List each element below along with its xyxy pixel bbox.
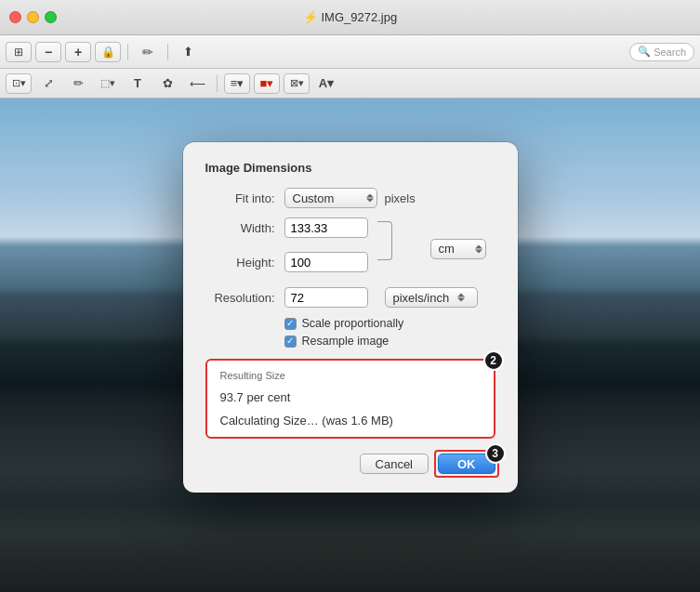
resolution-label: Resolution: [205,291,284,305]
width-row: Width: 133.33 [205,217,495,238]
search-placeholder: Search [654,46,686,58]
width-label: Width: [205,221,284,235]
resample-label: Resample image [302,335,390,348]
image-dimensions-dialog: Image Dimensions Fit into: Custom pixels [183,142,518,493]
zoom-out-button[interactable]: − [35,42,61,62]
selection-tool[interactable]: ⊡▾ [6,73,32,94]
pencil-tool[interactable]: ✏ [65,73,91,94]
lines-button[interactable]: ≡▾ [224,73,250,94]
dialog-backdrop: Image Dimensions Fit into: Custom pixels [0,99,700,592]
text-tool[interactable]: T [125,73,151,94]
toolbar2-sep [217,75,218,92]
badge-3: 3 [485,443,506,464]
resulting-size-box: Resulting Size 93.7 per cent Calculating… [205,359,495,439]
unit-select-container: cm [430,239,486,259]
height-input[interactable]: 100 [284,252,368,272]
fit-into-select-container: Custom [284,188,377,208]
chain-icon [377,221,392,260]
fit-into-select[interactable]: Custom [284,188,377,208]
result-percent: 93.7 per cent [220,390,481,404]
minimize-button[interactable] [27,11,39,23]
dimensions-group: Width: 133.33 Height: 100 [205,217,495,280]
resolution-unit-container: pixels/inch [376,287,478,308]
dialog-buttons: Cancel OK 3 [205,454,495,474]
resample-checkbox-row: Resample image [284,335,495,348]
share-icon[interactable]: ⬆ [175,42,201,62]
scale-proportionally-checkbox[interactable] [284,318,297,330]
app-window: ⚡ IMG_9272.jpg ⊞ − + 🔒 ✏ ⬆ 🔍 Search ⊡▾ ⤢… [0,0,700,592]
result-box-title: Resulting Size [220,370,481,381]
toolbar-separator [127,44,128,60]
titlebar: ⚡ IMG_9272.jpg [0,0,700,35]
fit-into-row: Fit into: Custom pixels [205,188,495,208]
cancel-button[interactable]: Cancel [360,454,429,474]
lock-button[interactable]: 🔒 [95,42,121,62]
arrow-tool[interactable]: ⟵ [184,73,210,94]
search-icon: 🔍 [638,46,651,58]
font-button[interactable]: A▾ [313,73,339,94]
unit-select-group: cm [430,239,486,259]
result-size: Calculating Size… (was 1.6 MB) [220,414,481,428]
grid-view-button[interactable]: ⊞ [6,42,32,62]
pen-icon[interactable]: ✏ [135,42,161,62]
toolbar-separator-2 [167,44,168,60]
stamp-tool[interactable]: ✿ [154,73,180,94]
window-title: ⚡ IMG_9272.jpg [303,10,397,24]
resolution-row: Resolution: 72 pixels/inch [205,287,495,308]
scale-checkbox-row: Scale proportionally [284,317,495,330]
toolbar-top: ⊞ − + 🔒 ✏ ⬆ 🔍 Search [0,35,700,69]
dialog-title: Image Dimensions [205,161,495,175]
canvas-area: Image Dimensions Fit into: Custom pixels [0,99,700,592]
ok-button-wrap: OK 3 [438,454,495,474]
lasso-tool[interactable]: ⤢ [35,73,61,94]
width-input[interactable]: 133.33 [284,217,368,238]
unit-select[interactable]: cm [430,239,486,259]
scale-label: Scale proportionally [302,317,404,330]
height-label: Height: [205,256,284,270]
zoom-in-button[interactable]: + [65,42,91,62]
stroke-button[interactable]: ⊠▾ [284,73,310,94]
close-button[interactable] [9,11,21,23]
resolution-input[interactable]: 72 [284,287,368,308]
traffic-lights [9,11,57,23]
shape-tool[interactable]: ⬚▾ [95,73,121,94]
fit-into-label: Fit into: [205,191,284,205]
toolbar-tools: ⊡▾ ⤢ ✏ ⬚▾ T ✿ ⟵ ≡▾ ■▾ ⊠▾ A▾ [0,69,700,99]
resolution-unit-select[interactable]: pixels/inch [385,287,478,308]
fit-into-unit: pixels [385,191,416,205]
maximize-button[interactable] [45,11,57,23]
resample-image-checkbox[interactable] [284,335,297,348]
search-bar[interactable]: 🔍 Search [629,43,694,61]
badge-2: 2 [483,350,504,371]
fill-color-button[interactable]: ■▾ [254,73,280,94]
